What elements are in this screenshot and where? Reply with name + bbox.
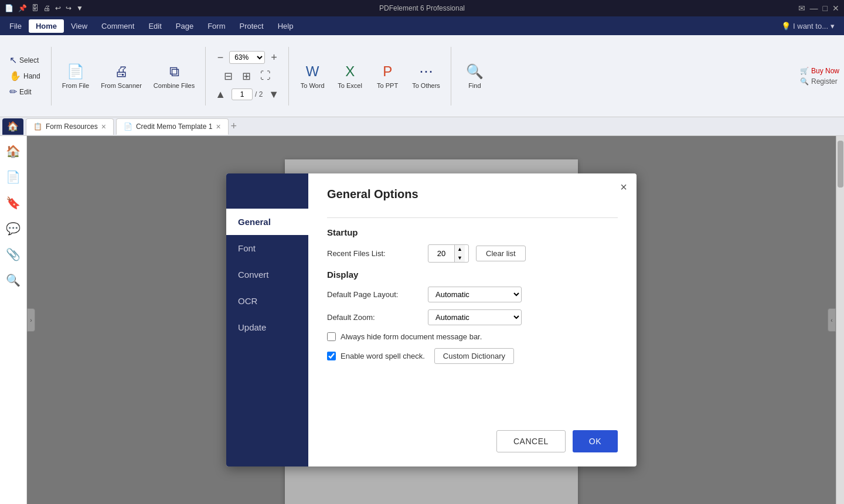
dialog-nav-update[interactable]: Update bbox=[226, 314, 308, 340]
toolbar-select-group: ↖ Select ✋ Hand ✏ Edit bbox=[5, 38, 45, 114]
mail-icon[interactable]: ✉ bbox=[798, 4, 805, 13]
recent-files-input[interactable] bbox=[428, 247, 454, 260]
cancel-button[interactable]: CANCEL bbox=[496, 430, 566, 452]
close-icon[interactable]: ✕ bbox=[832, 4, 839, 13]
to-others-button[interactable]: ⋯ To Others bbox=[407, 61, 445, 91]
hide-message-bar-row: Always hide form document message bar. bbox=[327, 332, 618, 341]
to-ppt-button[interactable]: P To PPT bbox=[370, 61, 405, 91]
sidebar-comment-icon[interactable]: 💬 bbox=[2, 218, 24, 239]
display-section-title: Display bbox=[327, 270, 618, 280]
to-ppt-icon: P bbox=[383, 63, 392, 80]
sidebar-search-icon[interactable]: 🔍 bbox=[2, 270, 24, 291]
zoom-group: − 63% 50% 75% 100% 125% 150% + ⊟ ⊞ ⛶ ▲ /… bbox=[212, 38, 283, 114]
maximize-icon[interactable]: □ bbox=[823, 4, 828, 13]
custom-dictionary-button[interactable]: Custom Dictionary bbox=[434, 348, 514, 364]
menu-help[interactable]: Help bbox=[271, 19, 301, 33]
from-file-button[interactable]: 📄 From File bbox=[57, 61, 94, 91]
app-icon: 📄 bbox=[5, 4, 13, 12]
dialog-footer: CANCEL OK bbox=[327, 418, 618, 452]
menu-page[interactable]: Page bbox=[169, 19, 200, 33]
spell-check-checkbox[interactable] bbox=[327, 352, 336, 360]
select-button[interactable]: ↖ Select bbox=[5, 53, 43, 67]
main-area: 🏠 📄 🔖 💬 📎 🔍 › General Font Convert OCR U… bbox=[0, 136, 844, 504]
pin-icon[interactable]: 📌 bbox=[18, 4, 27, 12]
title-bar-controls: ✉ — □ ✕ bbox=[798, 4, 839, 13]
page-layout-label: Default Page Layout: bbox=[327, 290, 421, 299]
next-page-button[interactable]: ▼ bbox=[265, 87, 283, 102]
toolbar-divider-2 bbox=[205, 47, 206, 105]
fit-width-button[interactable]: ⊞ bbox=[239, 69, 254, 84]
tab-form-resources-close[interactable]: × bbox=[101, 122, 106, 131]
tab-form-resources-icon: 📋 bbox=[33, 122, 42, 131]
minimize-icon[interactable]: — bbox=[810, 4, 818, 13]
title-bar: 📄 📌 🗄 🖨 ↩ ↪ ▼ PDFelement 6 Professional … bbox=[0, 0, 844, 16]
menu-protect[interactable]: Protect bbox=[233, 19, 271, 33]
register-button[interactable]: 🔍 Register bbox=[800, 77, 839, 86]
to-word-button[interactable]: W To Word bbox=[295, 61, 330, 91]
dialog-nav-general[interactable]: General bbox=[226, 209, 308, 235]
toolbar-divider-1 bbox=[51, 47, 52, 105]
sidebar-bookmark-icon[interactable]: 🔖 bbox=[2, 192, 24, 213]
menu-file[interactable]: File bbox=[2, 19, 29, 33]
tab-credit-memo-icon: 📄 bbox=[124, 122, 132, 131]
edit-button[interactable]: ✏ Edit bbox=[5, 84, 36, 99]
redo-icon[interactable]: ↪ bbox=[66, 4, 72, 12]
prev-page-button[interactable]: ▲ bbox=[212, 87, 229, 102]
menu-form[interactable]: Form bbox=[200, 19, 232, 33]
tab-add-button[interactable]: + bbox=[231, 120, 237, 132]
dialog-overlay: General Font Convert OCR Update × Genera… bbox=[27, 136, 836, 504]
tab-home[interactable]: 🏠 bbox=[2, 118, 23, 135]
tab-credit-memo[interactable]: 📄 Credit Memo Template 1 × bbox=[116, 118, 229, 135]
more-icon[interactable]: ▼ bbox=[76, 4, 83, 12]
general-options-dialog: General Font Convert OCR Update × Genera… bbox=[226, 173, 637, 466]
fit-page-button[interactable]: ⊟ bbox=[220, 69, 236, 84]
dialog-nav-convert[interactable]: Convert bbox=[226, 261, 308, 288]
dialog-close-button[interactable]: × bbox=[620, 181, 627, 194]
window-icon[interactable]: 🗄 bbox=[32, 4, 39, 12]
hand-button[interactable]: ✋ Hand bbox=[5, 69, 45, 83]
full-screen-button[interactable]: ⛶ bbox=[257, 69, 274, 83]
combine-files-button[interactable]: ⧉ Combine Files bbox=[149, 61, 199, 91]
spell-check-label: Enable word spell check. bbox=[341, 352, 425, 360]
right-scrollbar[interactable] bbox=[836, 136, 844, 504]
undo-icon[interactable]: ↩ bbox=[55, 4, 61, 12]
dialog-nav-font[interactable]: Font bbox=[226, 235, 308, 261]
page-number-input[interactable] bbox=[232, 88, 253, 100]
zoom-out-button[interactable]: − bbox=[214, 50, 227, 65]
buy-now-button[interactable]: 🛒 Buy Now bbox=[800, 67, 839, 75]
menu-right: 💡 I want to... ▾ bbox=[774, 19, 842, 33]
default-zoom-select[interactable]: Automatic Fit Page Fit Width 50% 75% 100… bbox=[428, 309, 522, 325]
menu-edit[interactable]: Edit bbox=[141, 19, 168, 33]
spinbox-up-button[interactable]: ▲ bbox=[455, 245, 465, 254]
zoom-in-button[interactable]: + bbox=[267, 50, 281, 65]
zoom-select[interactable]: 63% 50% 75% 100% 125% 150% bbox=[229, 51, 265, 64]
cursor-icon: ↖ bbox=[9, 55, 17, 66]
chevron-down-icon: ▾ bbox=[831, 22, 835, 30]
clear-list-button[interactable]: Clear list bbox=[476, 246, 526, 261]
tab-form-resources[interactable]: 📋 Form Resources × bbox=[26, 118, 114, 135]
i-want-to[interactable]: 💡 I want to... ▾ bbox=[774, 19, 842, 33]
find-button[interactable]: 🔍 Find bbox=[457, 61, 492, 91]
sidebar-page-icon[interactable]: 📄 bbox=[2, 166, 24, 188]
tab-credit-memo-close[interactable]: × bbox=[216, 122, 220, 131]
app-title: PDFelement 6 Professional bbox=[379, 4, 465, 12]
menu-view[interactable]: View bbox=[64, 19, 94, 33]
from-scanner-button[interactable]: 🖨 From Scanner bbox=[96, 61, 147, 91]
ok-button[interactable]: OK bbox=[573, 430, 618, 452]
print-icon[interactable]: 🖨 bbox=[43, 4, 50, 12]
sidebar-home-icon[interactable]: 🏠 bbox=[2, 141, 24, 162]
recent-files-label: Recent Files List: bbox=[327, 249, 421, 258]
page-nav-controls: ▲ / 2 ▼ bbox=[212, 87, 283, 102]
hide-message-bar-checkbox[interactable] bbox=[327, 332, 336, 341]
spell-check-row: Enable word spell check. Custom Dictiona… bbox=[327, 348, 618, 364]
dialog-sidebar: General Font Convert OCR Update bbox=[226, 173, 308, 466]
spinbox-down-button[interactable]: ▼ bbox=[455, 254, 465, 263]
to-excel-button[interactable]: X To Excel bbox=[332, 61, 367, 91]
recent-files-spinbox: ▲ ▼ bbox=[428, 244, 469, 263]
menu-comment[interactable]: Comment bbox=[94, 19, 141, 33]
dialog-nav-ocr[interactable]: OCR bbox=[226, 288, 308, 314]
menu-home[interactable]: Home bbox=[29, 19, 64, 33]
content-area: General Font Convert OCR Update × Genera… bbox=[27, 136, 836, 504]
page-layout-select[interactable]: Automatic Single Page Two Pages Continuo… bbox=[428, 287, 522, 302]
sidebar-attachment-icon[interactable]: 📎 bbox=[2, 244, 24, 265]
